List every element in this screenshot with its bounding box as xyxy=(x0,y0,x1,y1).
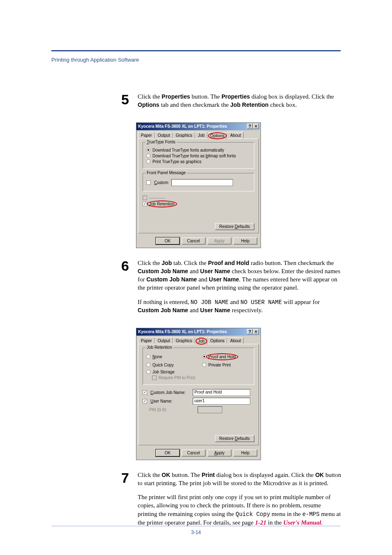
tab-about[interactable]: About xyxy=(227,337,244,344)
tab-paper[interactable]: Paper xyxy=(138,337,155,344)
radio-quick-copy[interactable]: Quick Copy xyxy=(146,363,187,367)
radio-icon xyxy=(146,159,150,164)
text: tab and then checkmark the xyxy=(159,101,230,108)
mono: e-MPS xyxy=(302,511,320,518)
restore-row: Restore Defaults xyxy=(143,436,254,441)
tab-label: About xyxy=(230,339,241,343)
tab-about[interactable]: About xyxy=(227,132,244,138)
tab-graphics[interactable]: Graphics xyxy=(173,337,195,344)
step-6: 6 Click the Job tab. Click the Proof and… xyxy=(121,259,341,320)
step-7: 7 Click the OK button. The Print dialog … xyxy=(121,471,341,532)
ok-button[interactable]: OK xyxy=(156,449,180,456)
step-7-body: Click the OK button. The Print dialog bo… xyxy=(138,471,341,532)
input-custom-job-name[interactable]: Proof and Hold xyxy=(193,389,250,396)
titlebar-buttons: ? × xyxy=(247,329,259,334)
step-5: 5 Click the Properties button. The Prope… xyxy=(121,92,341,115)
link-page[interactable]: 1-21 xyxy=(255,519,267,526)
tabstrip: Paper Output Graphics Job Options About xyxy=(136,130,261,138)
tab-panel-job: Job Retention None Proof and Hold Quick … xyxy=(138,344,259,445)
apply-button[interactable]: Apply xyxy=(208,449,231,456)
label: Quick Copy xyxy=(152,363,174,367)
radio-print-graphics[interactable]: Print TrueType as graphics xyxy=(146,159,251,164)
help-button[interactable]: Help xyxy=(233,237,257,244)
close-icon[interactable]: × xyxy=(253,329,259,334)
t: If nothing is entered, xyxy=(138,299,191,305)
radio-icon xyxy=(146,154,150,158)
step-5-body: Click the Properties button. The Propert… xyxy=(138,92,341,115)
restore-defaults-button[interactable]: Restore Defaults xyxy=(215,435,255,442)
b: Custom Job Name xyxy=(138,307,188,313)
radio-icon xyxy=(146,148,150,152)
tab-label: Graphics xyxy=(176,133,192,138)
circled-label: Options xyxy=(210,134,224,138)
checkbox-label: Custom xyxy=(154,180,168,185)
label: Private Print xyxy=(208,363,231,367)
cancel-button[interactable]: Cancel xyxy=(182,237,205,244)
radio-dl-auto[interactable]: Download TrueType fonts automatically xyxy=(146,148,251,152)
tab-graphics[interactable]: Graphics xyxy=(173,132,195,138)
radio-icon xyxy=(146,355,150,359)
radio-icon xyxy=(146,370,150,374)
ok-button[interactable]: OK xyxy=(156,237,180,244)
label: None xyxy=(152,355,162,359)
tab-panel-options: TrueType Fonts Download TrueType fonts a… xyxy=(138,138,259,233)
t: and xyxy=(228,299,240,305)
help-icon[interactable]: ? xyxy=(247,329,253,334)
cancel-button[interactable]: Cancel xyxy=(182,449,205,456)
step-5-text: Click the Properties button. The Propert… xyxy=(138,92,341,109)
header-rule xyxy=(51,50,341,51)
tab-label: About xyxy=(230,133,241,138)
checkbox-disabled xyxy=(143,196,147,200)
tab-output[interactable]: Output xyxy=(155,337,173,344)
radio-proof-hold[interactable]: Proof and Hold xyxy=(202,355,236,359)
radio-icon xyxy=(202,363,206,367)
custom-message-input[interactable] xyxy=(171,179,233,186)
radio-dl-bitmap[interactable]: Download TrueType fonts as bitmap soft f… xyxy=(146,154,251,158)
input-user-name[interactable]: user1 xyxy=(193,398,250,405)
tab-output[interactable]: Output xyxy=(155,132,173,138)
disabled-label: ———— xyxy=(149,196,166,200)
t: and xyxy=(197,276,209,283)
group-job-retention: Job Retention None Proof and Hold Quick … xyxy=(143,348,254,385)
b: Print xyxy=(202,472,215,478)
group-title: Job Retention xyxy=(145,345,173,350)
check-job-retention[interactable]: Job Retention xyxy=(143,202,254,206)
radio-icon xyxy=(202,355,206,359)
text: check box. xyxy=(269,101,297,108)
help-icon[interactable]: ? xyxy=(247,124,253,129)
label: Require PIN to Print xyxy=(159,375,195,380)
checkbox-un[interactable] xyxy=(143,399,147,403)
bold: Properties xyxy=(221,93,250,100)
restore-defaults-button[interactable]: Restore Defaults xyxy=(215,223,255,230)
label-cjn: Custom Job Name: xyxy=(150,390,189,395)
close-icon[interactable]: × xyxy=(253,124,259,129)
bold: Job Retention xyxy=(230,101,268,108)
step-7-p1: Click the OK button. The Print dialog bo… xyxy=(138,471,341,488)
tab-paper[interactable]: Paper xyxy=(138,132,155,138)
tab-options[interactable]: Options xyxy=(208,337,227,344)
tab-label: Paper xyxy=(141,339,152,343)
custom-message-row: Custom xyxy=(146,179,251,186)
help-button[interactable]: Help xyxy=(233,449,257,456)
step-6-p2: If nothing is entered, NO JOB NAME and N… xyxy=(138,298,341,315)
gt-rest: rueType Fonts xyxy=(149,140,175,144)
t: and xyxy=(188,268,200,274)
radio-job-storage[interactable]: Job Storage xyxy=(146,370,251,374)
radio-none[interactable]: None xyxy=(146,355,187,359)
checkbox-custom[interactable] xyxy=(146,180,151,185)
link-manual[interactable]: User's Manual xyxy=(283,519,321,526)
tab-options[interactable]: Options xyxy=(208,132,227,139)
input-pin xyxy=(198,406,222,413)
group-title: TrueType Fonts xyxy=(145,140,177,144)
dialog-title: Kyocera Mita FS-3800 XL on LPT1: Propert… xyxy=(138,124,227,129)
radio-private-print[interactable]: Private Print xyxy=(202,363,231,367)
main-content: 5 Click the Properties button. The Prope… xyxy=(121,92,341,540)
radio-label: Download TrueType fonts as bitmap soft f… xyxy=(152,154,236,158)
radio-icon xyxy=(146,363,150,367)
tab-job[interactable]: Job xyxy=(195,338,208,344)
checkbox-cjn[interactable] xyxy=(143,390,147,395)
tab-job[interactable]: Job xyxy=(195,132,208,138)
t: Click the xyxy=(138,472,161,478)
titlebar: Kyocera Mita FS-3800 XL on LPT1: Propert… xyxy=(136,123,261,130)
b: User Name xyxy=(209,276,239,283)
